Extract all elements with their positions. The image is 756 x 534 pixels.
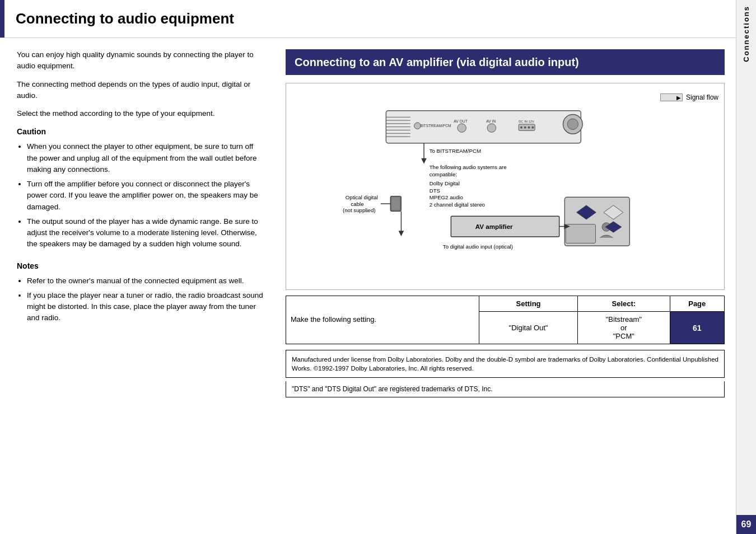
connection-diagram: BITSTREAM/PCM AV OUT AV IN DC IN 12V bbox=[292, 89, 718, 284]
svg-text:AV OUT: AV OUT bbox=[454, 119, 468, 123]
intro-paragraph-3: Select the method according to the type … bbox=[17, 108, 263, 119]
svg-point-19 bbox=[531, 127, 534, 129]
title-bar: Connecting to audio equipment bbox=[0, 0, 736, 38]
svg-text:MPEG2 audio: MPEG2 audio bbox=[430, 194, 463, 200]
signal-flow-legend: Signal flow bbox=[660, 93, 718, 101]
svg-marker-23 bbox=[421, 158, 427, 164]
caution-title: Caution bbox=[17, 126, 263, 138]
svg-text:cable: cable bbox=[351, 201, 364, 207]
make-following-label: Make the following setting. bbox=[291, 315, 376, 324]
notes-title: Notes bbox=[17, 260, 263, 272]
svg-point-16 bbox=[520, 127, 522, 129]
note-item-2: If you place the player near a tuner or … bbox=[27, 290, 263, 324]
caution-item-2: Turn off the amplifier before you connec… bbox=[27, 179, 263, 213]
digital-out-cell: "Digital Out" bbox=[479, 312, 577, 344]
notes-list: Refer to the owner's manual of the conne… bbox=[27, 275, 263, 324]
select-header: Select: bbox=[578, 296, 670, 312]
sidebar-right: Connections 69 bbox=[736, 0, 756, 534]
svg-text:To BITSTREAM/PCM: To BITSTREAM/PCM bbox=[430, 148, 481, 154]
svg-point-21 bbox=[567, 119, 578, 129]
svg-text:AV amplifier: AV amplifier bbox=[475, 223, 513, 230]
signal-flow-arrow bbox=[660, 93, 683, 101]
page-title: Connecting to audio equipment bbox=[4, 0, 245, 38]
svg-text:BITSTREAM/PCM: BITSTREAM/PCM bbox=[420, 124, 451, 128]
svg-text:DC IN 12V: DC IN 12V bbox=[519, 120, 534, 123]
right-column: Connecting to an AV amplifier (via digit… bbox=[274, 49, 730, 534]
svg-text:Optical digital: Optical digital bbox=[346, 194, 378, 200]
disclaimer-box: Manufactured under license from Dolby La… bbox=[286, 350, 725, 378]
title-accent bbox=[0, 0, 4, 38]
diagram-area: Signal flow BITSTREAM/PCM bbox=[286, 83, 725, 290]
sidebar-connections-label: Connections bbox=[742, 0, 750, 68]
svg-text:Dolby Digital: Dolby Digital bbox=[430, 180, 460, 186]
intro-paragraph-1: You can enjoy high quality dynamic sound… bbox=[17, 49, 263, 72]
svg-text:2 channel digital stereo: 2 channel digital stereo bbox=[430, 202, 485, 208]
intro-paragraph-2: The connecting method depends on the typ… bbox=[17, 79, 263, 102]
svg-rect-32 bbox=[391, 197, 400, 210]
left-column: You can enjoy high quality dynamic sound… bbox=[6, 49, 274, 534]
page-header: Page bbox=[670, 296, 724, 312]
svg-rect-43 bbox=[566, 224, 595, 243]
page-number-cell: 61 bbox=[670, 312, 724, 344]
svg-point-17 bbox=[524, 127, 526, 129]
sidebar-page-number: 69 bbox=[736, 515, 756, 534]
svg-point-11 bbox=[458, 124, 466, 132]
caution-item-3: The output sound of the player has a wid… bbox=[27, 216, 263, 250]
svg-text:(not supplied): (not supplied) bbox=[343, 207, 376, 213]
disclaimer-text: Manufactured under license from Dolby La… bbox=[292, 356, 718, 372]
svg-point-18 bbox=[528, 127, 530, 129]
svg-text:DTS: DTS bbox=[430, 188, 440, 194]
svg-text:AV IN: AV IN bbox=[486, 119, 496, 123]
columns: You can enjoy high quality dynamic sound… bbox=[0, 49, 736, 534]
svg-marker-37 bbox=[399, 231, 404, 236]
svg-text:To digital audio input (optica: To digital audio input (optical) bbox=[443, 243, 513, 250]
make-following-cell: Make the following setting. bbox=[286, 296, 479, 344]
svg-point-13 bbox=[487, 124, 496, 132]
settings-table: Make the following setting. Setting Sele… bbox=[286, 296, 725, 344]
select-value-cell: "Bitstream" or "PCM" bbox=[578, 312, 670, 344]
svg-text:The following audio systems ar: The following audio systems are bbox=[430, 164, 507, 170]
note-item-1: Refer to the owner's manual of the conne… bbox=[27, 275, 263, 287]
svg-point-9 bbox=[414, 123, 421, 129]
caution-item-1: When you connect the player to other equ… bbox=[27, 141, 263, 175]
dts-note: "DTS" and "DTS Digital Out" are register… bbox=[286, 381, 725, 397]
setting-header: Setting bbox=[479, 296, 577, 312]
caution-list: When you connect the player to other equ… bbox=[27, 141, 263, 250]
section-title: Connecting to an AV amplifier (via digit… bbox=[286, 49, 725, 75]
dts-note-text: "DTS" and "DTS Digital Out" are register… bbox=[292, 385, 493, 393]
svg-text:compatible:: compatible: bbox=[430, 171, 457, 177]
signal-flow-label: Signal flow bbox=[686, 93, 718, 101]
notes-section: Notes Refer to the owner's manual of the… bbox=[17, 260, 263, 324]
